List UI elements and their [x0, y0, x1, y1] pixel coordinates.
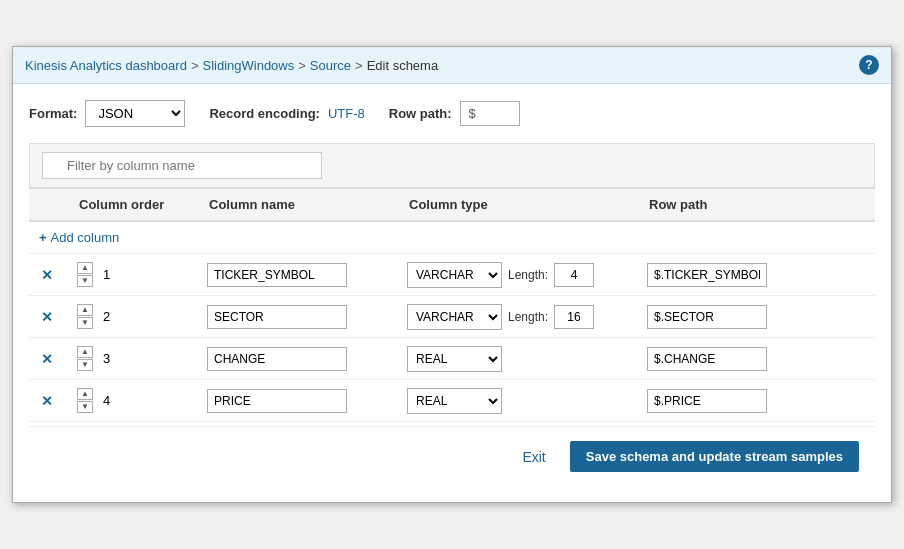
breadcrumb-link-slidingwindows[interactable]: SlidingWindows [202, 58, 294, 73]
column-name-input-3[interactable] [207, 347, 347, 371]
rowpath-cell-4 [639, 383, 875, 419]
name-cell-2 [199, 299, 399, 335]
footer: Exit Save schema and update stream sampl… [29, 426, 875, 486]
main-window: Kinesis Analytics dashboard > SlidingWin… [12, 46, 892, 503]
order-num-3: 3 [103, 351, 110, 366]
plus-icon: + [39, 230, 47, 245]
record-encoding-value: UTF-8 [328, 106, 365, 121]
add-column-row: + Add column [29, 222, 875, 254]
order-num-4: 4 [103, 393, 110, 408]
delete-button-3[interactable]: ✕ [37, 351, 57, 367]
add-column-label: Add column [51, 230, 120, 245]
filter-input[interactable] [42, 152, 322, 179]
delete-button-2[interactable]: ✕ [37, 309, 57, 325]
format-group: Format: JSON CSV [29, 100, 185, 127]
name-cell-3 [199, 341, 399, 377]
th-row-path: Row path [639, 189, 875, 220]
order-arrows-1: ▲ ▼ [77, 262, 93, 287]
arrow-up-1[interactable]: ▲ [77, 262, 93, 274]
type-cell-1: VARCHAR REAL INTEGER DOUBLE BOOLEAN TIME… [399, 256, 639, 294]
breadcrumb-link-source[interactable]: Source [310, 58, 351, 73]
order-num-2: 2 [103, 309, 110, 324]
delete-cell-4: ✕ [29, 387, 69, 415]
record-encoding-label: Record encoding: [209, 106, 320, 121]
length-label-1: Length: [508, 268, 548, 282]
order-arrows-3: ▲ ▼ [77, 346, 93, 371]
type-select-4[interactable]: VARCHAR REAL INTEGER DOUBLE BOOLEAN TIME… [407, 388, 502, 414]
table-row: ✕ ▲ ▼ 1 VARCHAR REAL [29, 254, 875, 296]
column-name-input-4[interactable] [207, 389, 347, 413]
save-button[interactable]: Save schema and update stream samples [570, 441, 859, 472]
name-cell-1 [199, 257, 399, 293]
arrow-up-3[interactable]: ▲ [77, 346, 93, 358]
rowpath-input-2[interactable] [647, 305, 767, 329]
arrow-down-4[interactable]: ▼ [77, 401, 93, 413]
delete-cell-3: ✕ [29, 345, 69, 373]
main-content: Format: JSON CSV Record encoding: UTF-8 … [13, 84, 891, 502]
th-column-order: Column order [69, 189, 199, 220]
th-empty [29, 189, 69, 220]
table-row: ✕ ▲ ▼ 4 VARCHAR REAL [29, 380, 875, 422]
delete-cell-2: ✕ [29, 303, 69, 331]
column-name-input-2[interactable] [207, 305, 347, 329]
rowpath-input-4[interactable] [647, 389, 767, 413]
arrow-up-2[interactable]: ▲ [77, 304, 93, 316]
type-group-3: VARCHAR REAL INTEGER DOUBLE BOOLEAN TIME… [407, 346, 502, 372]
type-group-2: VARCHAR REAL INTEGER DOUBLE BOOLEAN TIME… [407, 304, 594, 330]
th-column-name: Column name [199, 189, 399, 220]
breadcrumb-sep-3: > [355, 58, 363, 73]
breadcrumb-link-dashboard[interactable]: Kinesis Analytics dashboard [25, 58, 187, 73]
table-row: ✕ ▲ ▼ 2 VARCHAR REAL [29, 296, 875, 338]
column-name-input-1[interactable] [207, 263, 347, 287]
breadcrumb: Kinesis Analytics dashboard > SlidingWin… [25, 58, 438, 73]
order-cell-2: ▲ ▼ 2 [69, 298, 199, 335]
length-input-1[interactable] [554, 263, 594, 287]
breadcrumb-sep-2: > [298, 58, 306, 73]
format-row: Format: JSON CSV Record encoding: UTF-8 … [29, 100, 875, 127]
rowpath-input-3[interactable] [647, 347, 767, 371]
arrow-up-4[interactable]: ▲ [77, 388, 93, 400]
format-label: Format: [29, 106, 77, 121]
length-input-2[interactable] [554, 305, 594, 329]
order-cell-3: ▲ ▼ 3 [69, 340, 199, 377]
arrow-down-3[interactable]: ▼ [77, 359, 93, 371]
type-cell-3: VARCHAR REAL INTEGER DOUBLE BOOLEAN TIME… [399, 340, 639, 378]
type-select-3[interactable]: VARCHAR REAL INTEGER DOUBLE BOOLEAN TIME… [407, 346, 502, 372]
name-cell-4 [199, 383, 399, 419]
row-path-input[interactable] [460, 101, 520, 126]
length-label-2: Length: [508, 310, 548, 324]
table-header: Column order Column name Column type Row… [29, 188, 875, 222]
schema-table: Column order Column name Column type Row… [29, 188, 875, 422]
exit-button[interactable]: Exit [514, 445, 553, 469]
order-cell-1: ▲ ▼ 1 [69, 256, 199, 293]
table-row: ✕ ▲ ▼ 3 VARCHAR REAL [29, 338, 875, 380]
add-column-button[interactable]: + Add column [39, 230, 119, 245]
filter-bar: ▼ [29, 143, 875, 188]
delete-cell-1: ✕ [29, 261, 69, 289]
rowpath-cell-1 [639, 257, 875, 293]
arrow-down-1[interactable]: ▼ [77, 275, 93, 287]
row-path-label: Row path: [389, 106, 452, 121]
row-path-group: Row path: [389, 101, 520, 126]
record-encoding-group: Record encoding: UTF-8 [209, 106, 364, 121]
type-select-2[interactable]: VARCHAR REAL INTEGER DOUBLE BOOLEAN TIME… [407, 304, 502, 330]
order-num-1: 1 [103, 267, 110, 282]
order-arrows-4: ▲ ▼ [77, 388, 93, 413]
order-cell-4: ▲ ▼ 4 [69, 382, 199, 419]
rowpath-cell-2 [639, 299, 875, 335]
type-cell-2: VARCHAR REAL INTEGER DOUBLE BOOLEAN TIME… [399, 298, 639, 336]
help-icon[interactable]: ? [859, 55, 879, 75]
format-select[interactable]: JSON CSV [85, 100, 185, 127]
breadcrumb-current: Edit schema [367, 58, 439, 73]
order-arrows-2: ▲ ▼ [77, 304, 93, 329]
type-cell-4: VARCHAR REAL INTEGER DOUBLE BOOLEAN TIME… [399, 382, 639, 420]
delete-button-4[interactable]: ✕ [37, 393, 57, 409]
rowpath-input-1[interactable] [647, 263, 767, 287]
breadcrumb-bar: Kinesis Analytics dashboard > SlidingWin… [13, 47, 891, 84]
th-column-type: Column type [399, 189, 639, 220]
delete-button-1[interactable]: ✕ [37, 267, 57, 283]
rowpath-cell-3 [639, 341, 875, 377]
arrow-down-2[interactable]: ▼ [77, 317, 93, 329]
breadcrumb-sep-1: > [191, 58, 199, 73]
type-select-1[interactable]: VARCHAR REAL INTEGER DOUBLE BOOLEAN TIME… [407, 262, 502, 288]
